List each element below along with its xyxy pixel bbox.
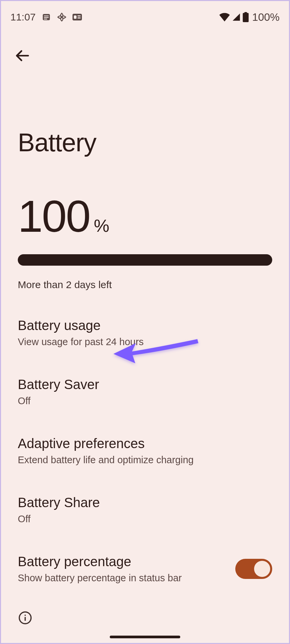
svg-rect-9 (244, 12, 247, 13)
svg-rect-2 (44, 17, 49, 18)
status-bar: 11:07 100% (1, 1, 289, 27)
photos-notification-icon (57, 12, 66, 22)
battery-estimate-text: More than 2 days left (18, 279, 272, 290)
svg-rect-3 (44, 19, 47, 19)
messages-notification-icon (42, 12, 51, 22)
adaptive-preferences-title: Adaptive preferences (18, 436, 272, 451)
battery-share-item[interactable]: Battery Share Off (18, 480, 272, 539)
status-time: 11:07 (10, 11, 36, 23)
battery-level-bar (18, 254, 272, 266)
svg-rect-1 (44, 15, 49, 16)
battery-level-value: 100 (18, 194, 90, 239)
cellular-signal-icon (232, 13, 241, 21)
battery-saver-title: Battery Saver (18, 377, 272, 392)
battery-percentage-item[interactable]: Battery percentage Show battery percenta… (18, 539, 272, 598)
toggle-knob (254, 561, 270, 577)
svg-rect-7 (78, 17, 81, 18)
battery-level-block: 100 % More than 2 days left (1, 157, 289, 290)
page-title: Battery (1, 67, 289, 157)
back-button[interactable] (10, 44, 34, 67)
battery-usage-item[interactable]: Battery usage View usage for past 24 hou… (18, 303, 272, 362)
status-bar-left: 11:07 (10, 11, 82, 23)
info-text: Battery usage data is approximate and ca… (18, 640, 272, 644)
battery-saver-item[interactable]: Battery Saver Off (18, 362, 272, 421)
wifi-icon (219, 13, 230, 21)
news-notification-icon (72, 13, 82, 21)
battery-percentage-toggle[interactable] (235, 559, 272, 579)
battery-status-icon (243, 12, 249, 22)
svg-rect-8 (243, 13, 249, 22)
arrow-left-icon (14, 48, 30, 64)
navigation-handle[interactable] (110, 636, 180, 638)
status-battery-text: 100% (252, 11, 280, 23)
svg-point-13 (25, 614, 26, 616)
battery-usage-sub: View usage for past 24 hours (18, 336, 272, 347)
battery-saver-sub: Off (18, 395, 272, 407)
battery-level-percent-symbol: % (94, 216, 109, 236)
info-icon (18, 610, 33, 625)
svg-rect-5 (74, 15, 77, 19)
app-bar (1, 27, 289, 67)
status-bar-right: 100% (219, 11, 280, 23)
battery-share-title: Battery Share (18, 495, 272, 510)
battery-percentage-title: Battery percentage (18, 554, 225, 569)
svg-rect-6 (78, 15, 81, 16)
battery-level-readout: 100 % (18, 194, 272, 239)
battery-percentage-sub: Show battery percentage in status bar (18, 573, 225, 584)
battery-share-sub: Off (18, 514, 272, 525)
adaptive-preferences-sub: Extend battery life and optimize chargin… (18, 454, 272, 466)
battery-usage-title: Battery usage (18, 318, 272, 333)
adaptive-preferences-item[interactable]: Adaptive preferences Extend battery life… (18, 421, 272, 480)
settings-list: Battery usage View usage for past 24 hou… (1, 290, 289, 598)
